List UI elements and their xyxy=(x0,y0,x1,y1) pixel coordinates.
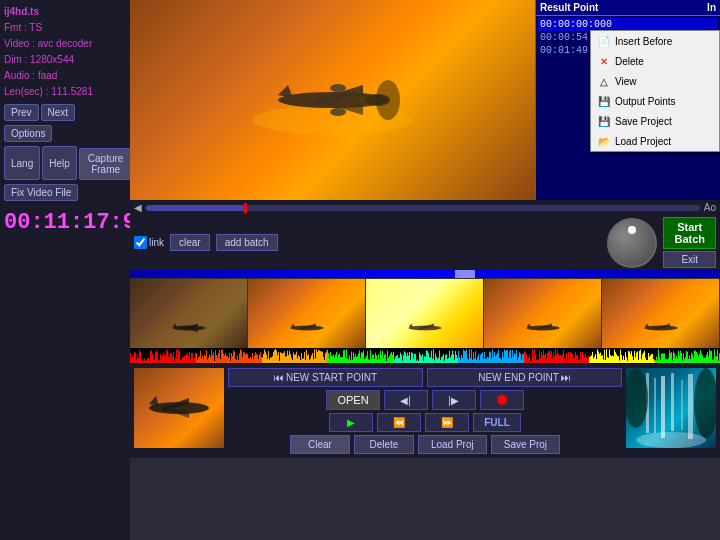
svg-rect-36 xyxy=(688,374,693,439)
step-fwd-icon: |▶ xyxy=(448,395,459,406)
capture-frame-button[interactable]: CaptureFrame xyxy=(79,148,133,180)
thumb-video-1 xyxy=(130,279,247,348)
full-button[interactable]: FULL xyxy=(473,413,521,432)
fmt-label: Fmt : TS xyxy=(4,20,126,36)
audio-label: Audio : faad xyxy=(4,68,126,84)
thumb-video-2 xyxy=(248,279,365,348)
thumb-1 xyxy=(130,279,248,348)
new-start-label: NEW START POINT xyxy=(286,372,377,383)
thumb-2 xyxy=(248,279,366,348)
context-delete-label: Delete xyxy=(615,56,644,67)
fix-video-button[interactable]: Fix Video File xyxy=(4,184,78,201)
context-insert-before[interactable]: 📄 Insert Before xyxy=(591,31,719,51)
thumb-5 xyxy=(602,279,720,348)
knob-indicator xyxy=(628,226,636,234)
playback-knob[interactable] xyxy=(607,218,657,268)
prev-button[interactable]: Prev xyxy=(4,104,39,121)
batch-exit-area: StartBatch Exit xyxy=(663,217,716,268)
save-proj-button[interactable]: Save Proj xyxy=(491,435,560,454)
waveform-bar xyxy=(130,348,720,364)
thumb-video-4 xyxy=(484,279,601,348)
start-batch-button[interactable]: StartBatch xyxy=(663,217,716,249)
link-check[interactable]: link xyxy=(134,236,164,249)
action-row-1: OPEN ◀| |▶ xyxy=(228,390,622,410)
thumb-plane-1 xyxy=(159,316,219,340)
context-output[interactable]: 💾 Output Points xyxy=(591,91,719,111)
svg-marker-18 xyxy=(408,324,413,328)
svg-point-8 xyxy=(330,108,346,116)
bottom-right-thumbnail xyxy=(626,368,716,448)
new-end-point-button[interactable]: NEW END POINT ⏭ xyxy=(427,368,622,387)
info-panel: ij4hd.ts Fmt : TS Video : avc decoder Di… xyxy=(0,0,130,540)
link-label: link xyxy=(149,237,164,248)
fast-fwd-button[interactable]: ⏩ xyxy=(425,413,469,432)
context-load-label: Load Project xyxy=(615,136,671,147)
ao-label: Ao xyxy=(704,202,716,213)
timecode-display: 00:11:17:952 xyxy=(4,205,126,240)
skip-end-icon: ⏭ xyxy=(561,372,571,383)
context-view-label: View xyxy=(615,76,637,87)
result-title: Result Point xyxy=(540,2,598,13)
output-icon: 💾 xyxy=(597,94,611,108)
new-start-point-button[interactable]: ⏮ NEW START POINT xyxy=(228,368,423,387)
action-row-2: ▶ ⏪ ⏩ FULL xyxy=(228,413,622,432)
controls-bar: link clear add batch StartBatch Exit xyxy=(130,215,720,270)
add-batch-button[interactable]: add batch xyxy=(216,234,278,251)
svg-point-6 xyxy=(366,94,390,106)
seek-bar[interactable] xyxy=(146,205,700,211)
waterfall-svg xyxy=(626,368,716,448)
svg-point-39 xyxy=(636,432,706,448)
load-proj-button[interactable]: Load Proj xyxy=(418,435,487,454)
link-checkbox[interactable] xyxy=(134,236,147,249)
context-load-project[interactable]: 📂 Load Project xyxy=(591,131,719,151)
in-label: In xyxy=(707,2,716,13)
delete-button[interactable]: Delete xyxy=(354,435,414,454)
airplane-silhouette xyxy=(233,60,433,140)
play-button[interactable]: ▶ xyxy=(329,413,373,432)
delete-icon: ✕ xyxy=(597,54,611,68)
next-button[interactable]: Next xyxy=(41,104,76,121)
svg-rect-35 xyxy=(681,380,683,430)
video-placeholder xyxy=(130,0,535,200)
scroll-left[interactable]: ◀ xyxy=(134,202,142,213)
clear-button[interactable]: clear xyxy=(170,234,210,251)
bottom-row-btns: Clear Delete Load Proj Save Proj xyxy=(228,435,622,454)
exit-button[interactable]: Exit xyxy=(663,251,716,268)
result-panel: Result Point In 00:00:00:000 00:00:54:84… xyxy=(535,0,720,200)
open-button[interactable]: OPEN xyxy=(326,390,379,410)
context-output-label: Output Points xyxy=(615,96,676,107)
thumb-plane-2 xyxy=(277,316,337,340)
clear-bottom-button[interactable]: Clear xyxy=(290,435,350,454)
context-save-project[interactable]: 💾 Save Project xyxy=(591,111,719,131)
options-button[interactable]: Options xyxy=(4,125,52,142)
help-button[interactable]: Help xyxy=(42,146,77,180)
step-back-icon: ◀| xyxy=(400,395,411,406)
step-fwd-button[interactable]: |▶ xyxy=(432,390,476,410)
step-back-button[interactable]: ◀| xyxy=(384,390,428,410)
svg-marker-21 xyxy=(526,324,531,328)
save-icon: 💾 xyxy=(597,114,611,128)
seek-thumb xyxy=(244,203,247,213)
seek-fill xyxy=(146,205,246,211)
skip-start-icon: ⏮ xyxy=(274,372,284,383)
record-dot xyxy=(497,395,507,405)
bottom-left-plane-svg xyxy=(134,368,224,448)
bottom-strip: ⏮ NEW START POINT NEW END POINT ⏭ OPEN ◀… xyxy=(130,364,720,458)
context-save-label: Save Project xyxy=(615,116,672,127)
context-view[interactable]: △ View xyxy=(591,71,719,91)
rewind-button[interactable]: ⏪ xyxy=(377,413,421,432)
video-label: Video : avc decoder xyxy=(4,36,126,52)
bottom-controls: ⏮ NEW START POINT NEW END POINT ⏭ OPEN ◀… xyxy=(228,368,622,454)
filename-label: ij4hd.ts xyxy=(4,4,126,20)
blue-progress-bar[interactable] xyxy=(130,270,720,278)
video-area xyxy=(130,0,535,200)
thumb-3 xyxy=(366,279,484,348)
thumb-video-5 xyxy=(602,279,719,348)
thumbnail-strip xyxy=(130,278,720,348)
record-button[interactable] xyxy=(480,390,524,410)
context-delete[interactable]: ✕ Delete xyxy=(591,51,719,71)
thumb-plane-3 xyxy=(395,316,455,340)
load-icon: 📂 xyxy=(597,134,611,148)
svg-marker-5 xyxy=(278,85,293,98)
lang-button[interactable]: Lang xyxy=(4,146,40,180)
